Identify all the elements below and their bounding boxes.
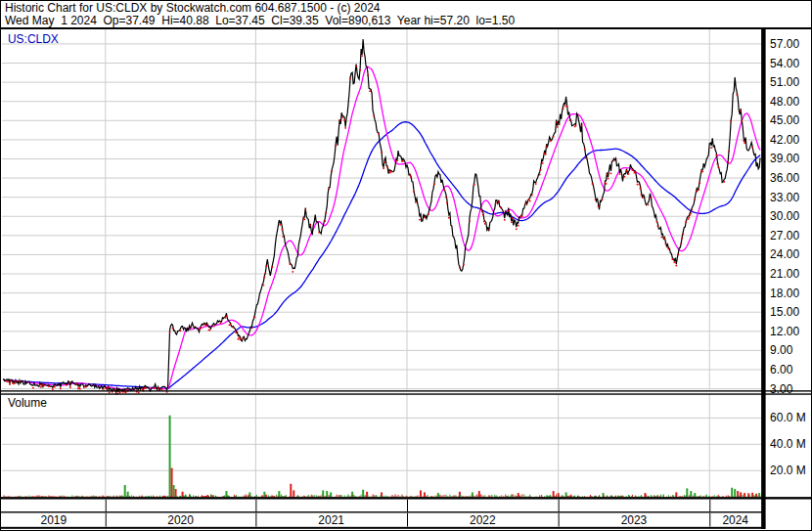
year-label: 2019 <box>41 513 68 527</box>
price-tick-label: 42.00 <box>770 133 799 147</box>
price-tick-label: 12.00 <box>770 325 799 338</box>
volume-panel-label: Volume <box>8 396 47 410</box>
price-tick-label: 54.00 <box>770 57 799 70</box>
year-label: 2022 <box>470 513 496 527</box>
price-tick-label: 24.00 <box>770 247 799 261</box>
price-tick-label: 27.00 <box>770 229 799 243</box>
price-tick-label: 6.00 <box>770 363 793 376</box>
volume-tick-label: 60.0 M <box>770 411 806 424</box>
chart-header: Historic Chart for US:CLDX by Stockwatch… <box>1 1 811 29</box>
year-label: 2020 <box>167 513 194 527</box>
price-tick-label: 30.00 <box>770 209 799 223</box>
year-label: 2021 <box>318 513 344 527</box>
year-label: 2024 <box>722 513 748 527</box>
price-tick-label: 9.00 <box>770 343 793 357</box>
price-tick-label: 48.00 <box>770 95 799 109</box>
price-tick-label: 21.00 <box>770 267 799 281</box>
volume-tick-label: 20.0 M <box>770 464 806 477</box>
price-tick-label: 57.00 <box>770 37 799 51</box>
price-tick-label: 15.00 <box>770 305 799 319</box>
header-quote-line: Wed May 1 2024 Op=37.49 Hi=40.88 Lo=37.4… <box>5 15 811 27</box>
price-volume-chart-canvas: US:CLDX Volume 57.0054.0051.0048.0045.00… <box>1 29 811 530</box>
price-tick-label: 33.00 <box>770 191 799 204</box>
volume-tick-label: 40.0 M <box>770 437 806 451</box>
year-label: 2023 <box>621 513 648 527</box>
price-tick-label: 36.00 <box>770 171 799 185</box>
price-tick-label: 39.00 <box>770 152 799 165</box>
price-tick-label: 51.00 <box>770 75 799 89</box>
chart-window: Historic Chart for US:CLDX by Stockwatch… <box>0 0 812 531</box>
price-tick-label: 18.00 <box>770 287 799 300</box>
chart-body: US:CLDX Volume 57.0054.0051.0048.0045.00… <box>1 29 811 530</box>
price-tick-label: 45.00 <box>770 113 799 127</box>
